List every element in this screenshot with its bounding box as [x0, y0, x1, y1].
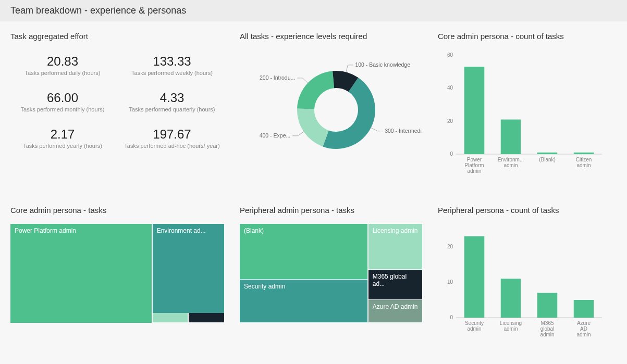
- bar[interactable]: [537, 293, 558, 318]
- panel-core-treemap: Core admin persona - tasks Power Platfor…: [10, 206, 224, 359]
- panel-title: Core admin persona - tasks: [10, 206, 224, 215]
- kpi-monthly: 66.00 Tasks performed monthly (hours): [10, 91, 115, 112]
- kpi-value: 66.00: [10, 91, 115, 105]
- y-tick: 20: [447, 118, 453, 124]
- dashboard-grid: Task aggregated effort 20.83 Tasks perfo…: [0, 21, 627, 363]
- kpi-label: Tasks performed monthly (hours): [10, 106, 115, 112]
- panel-title: Peripheral persona - count of tasks: [438, 206, 617, 215]
- panel-title: All tasks - experience levels required: [240, 32, 422, 41]
- donut-slice[interactable]: [297, 108, 329, 146]
- panel-core-count: Core admin persona - count of tasks 0204…: [438, 32, 617, 185]
- treemap-cell[interactable]: [153, 313, 188, 322]
- donut-slice[interactable]: [297, 71, 334, 109]
- panel-peripheral-count: Peripheral persona - count of tasks 0102…: [438, 206, 617, 359]
- treemap-cell[interactable]: Power Platform admin: [10, 224, 152, 323]
- core-count-bar-chart[interactable]: 0204060PowerPlatformadminEnvironm...admi…: [438, 50, 605, 180]
- bar[interactable]: [501, 120, 521, 155]
- donut-label: 400 - Expe...: [260, 132, 291, 139]
- kpi-grid: 20.83 Tasks performed daily (hours) 133.…: [10, 50, 224, 149]
- bar[interactable]: [464, 236, 485, 317]
- kpi-value: 133.33: [120, 54, 224, 69]
- panel-title: Task aggregated effort: [10, 32, 224, 41]
- y-tick: 0: [450, 151, 453, 157]
- peripheral-count-bar-chart[interactable]: 01020SecurityadminLicensingadminM365glob…: [438, 224, 605, 344]
- x-tick: Securityadmin: [465, 320, 484, 332]
- x-tick: (Blank): [539, 157, 556, 162]
- x-tick: Citizenadmin: [576, 157, 592, 168]
- panel-peripheral-treemap: Peripheral admin persona - tasks (Blank)…: [240, 206, 422, 359]
- kpi-value: 4.33: [120, 91, 224, 105]
- kpi-adhoc: 197.67 Tasks performed ad-hoc (hours/ ye…: [120, 127, 224, 149]
- x-tick: PowerPlatformadmin: [464, 157, 484, 174]
- kpi-value: 197.67: [120, 127, 224, 142]
- treemap-cell[interactable]: Azure AD admin: [368, 300, 422, 323]
- peripheral-treemap[interactable]: (Blank)Security adminLicensing adminM365…: [240, 224, 422, 323]
- y-tick: 40: [447, 85, 453, 91]
- treemap-cell[interactable]: [189, 313, 224, 322]
- treemap-cell[interactable]: Environment ad...: [153, 224, 224, 313]
- y-tick: 10: [447, 279, 453, 285]
- kpi-label: Tasks performed yearly (hours): [10, 143, 115, 149]
- panel-title: Core admin persona - count of tasks: [438, 32, 617, 41]
- panel-task-effort: Task aggregated effort 20.83 Tasks perfo…: [10, 32, 224, 185]
- panel-title: Peripheral admin persona - tasks: [240, 206, 422, 215]
- y-tick: 60: [447, 52, 453, 58]
- x-tick: M365globaladmin: [540, 320, 554, 337]
- donut-label: 300 - Intermedi...: [385, 128, 422, 134]
- bar[interactable]: [501, 279, 521, 318]
- y-tick: 20: [447, 244, 453, 249]
- treemap-cell[interactable]: (Blank): [240, 224, 367, 279]
- kpi-value: 20.83: [10, 54, 115, 69]
- page-title: Team breakdown - experience & personas: [0, 0, 627, 21]
- kpi-daily: 20.83 Tasks performed daily (hours): [10, 54, 115, 76]
- donut-label: 200 - Introdu...: [260, 74, 295, 81]
- bar[interactable]: [574, 300, 594, 318]
- kpi-label: Tasks performed weekly (hours): [120, 70, 224, 76]
- donut-label: 100 - Basic knowledge: [355, 61, 410, 68]
- bar[interactable]: [574, 153, 594, 154]
- x-tick: AzureADadmin: [576, 320, 591, 337]
- kpi-yearly: 2.17 Tasks performed yearly (hours): [10, 127, 115, 149]
- core-treemap[interactable]: Power Platform adminEnvironment ad...: [10, 224, 224, 323]
- donut-chart[interactable]: 300 - Intermedi...400 - Expe...200 - Int…: [240, 50, 422, 170]
- panel-experience-donut: All tasks - experience levels required 3…: [240, 32, 422, 185]
- treemap-cell[interactable]: Licensing admin: [368, 224, 422, 269]
- kpi-value: 2.17: [10, 127, 115, 142]
- x-tick: Licensingadmin: [500, 320, 522, 332]
- kpi-quarterly: 4.33 Tasks performed quarterly (hours): [120, 91, 224, 112]
- treemap-cell[interactable]: Security admin: [240, 280, 367, 323]
- kpi-weekly: 133.33 Tasks performed weekly (hours): [120, 54, 224, 76]
- treemap-cell[interactable]: M365 global ad...: [368, 270, 422, 299]
- bar[interactable]: [537, 153, 558, 154]
- kpi-label: Tasks performed quarterly (hours): [120, 106, 224, 112]
- bar[interactable]: [464, 67, 485, 154]
- kpi-label: Tasks performed daily (hours): [10, 70, 115, 76]
- y-tick: 0: [450, 315, 453, 320]
- kpi-label: Tasks performed ad-hoc (hours/ year): [120, 143, 224, 149]
- x-tick: Environm...admin: [498, 157, 524, 168]
